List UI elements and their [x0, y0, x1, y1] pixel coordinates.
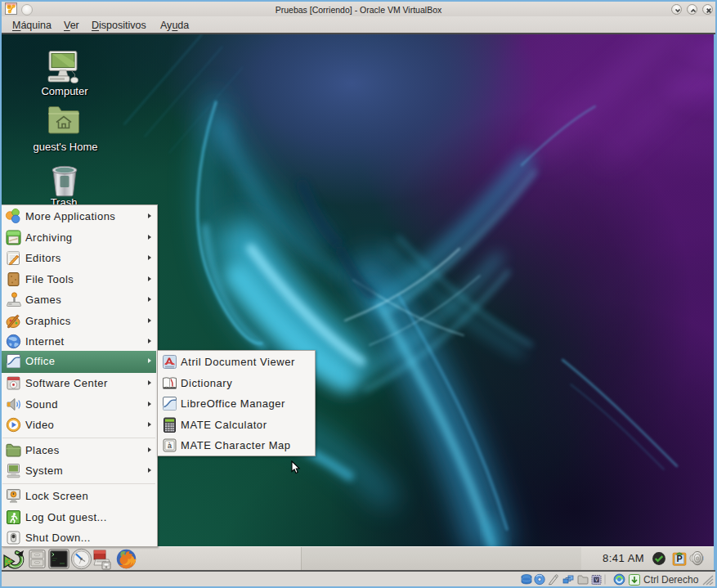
svg-text:V: V [595, 577, 598, 582]
svg-text:P: P [676, 554, 682, 563]
svg-text:à: à [168, 442, 172, 450]
